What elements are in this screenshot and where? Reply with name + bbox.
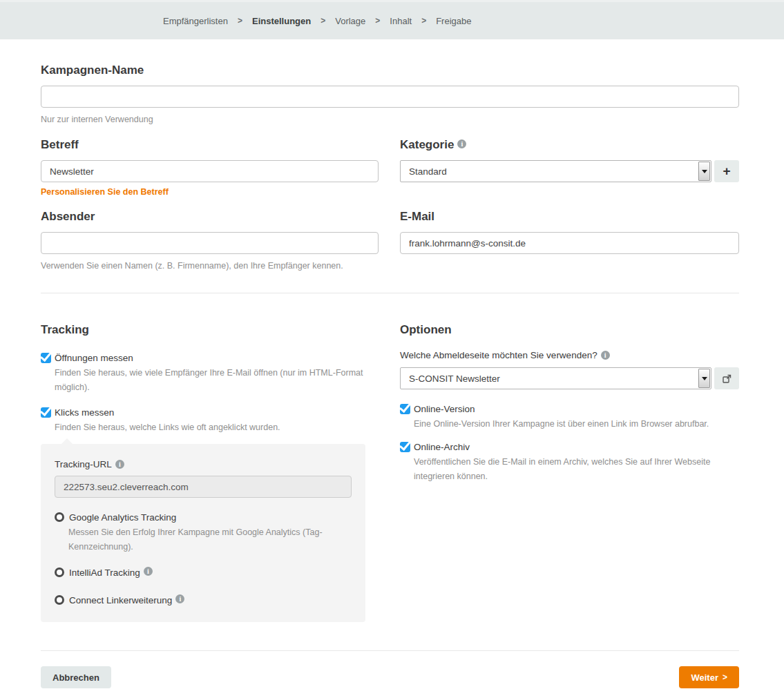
category-section: Kategorie Standard + xyxy=(400,138,739,197)
click-measure-helper: Finden Sie heraus, welche Links wie oft … xyxy=(55,420,379,435)
email-section: E-Mail xyxy=(400,210,739,273)
breadcrumb-separator: > xyxy=(375,16,380,26)
click-measure-row: Klicks messen xyxy=(41,407,379,419)
category-select-arrow[interactable] xyxy=(698,162,710,181)
add-category-button[interactable]: + xyxy=(714,160,739,182)
google-analytics-radio-row: Google Analytics Tracking xyxy=(55,512,352,524)
breadcrumb-item-empfaengerlisten[interactable]: Empfängerlisten xyxy=(163,16,228,26)
sender-input[interactable] xyxy=(41,232,379,254)
connect-link-radio-row: Connect Linkerweiterung xyxy=(55,594,352,607)
sender-label: Absender xyxy=(41,210,379,224)
click-measure-checkbox[interactable] xyxy=(41,407,51,418)
open-measure-checkbox[interactable] xyxy=(41,353,51,363)
cancel-button[interactable]: Abbrechen xyxy=(41,666,111,688)
footer-actions: Abbrechen Weiter > xyxy=(41,666,739,688)
breadcrumb: Empfängerlisten > Einstellungen > Vorlag… xyxy=(163,16,471,26)
unsubscribe-selected-value: S-CONSIT Newsletter xyxy=(409,373,500,384)
breadcrumb-separator: > xyxy=(321,16,325,26)
personalize-subject-link[interactable]: Personalisieren Sie den Betreff xyxy=(41,187,169,197)
open-measure-row: Öffnungen messen xyxy=(41,352,379,365)
campaign-name-section: Kampagnen-Name Nur zur internen Verwendu… xyxy=(41,64,739,127)
breadcrumb-item-freigabe[interactable]: Freigabe xyxy=(436,16,471,26)
online-version-checkbox[interactable] xyxy=(400,404,410,414)
category-select[interactable]: Standard xyxy=(400,160,711,182)
next-button[interactable]: Weiter > xyxy=(679,666,739,688)
online-archive-row: Online-Archiv xyxy=(400,441,739,454)
options-title: Optionen xyxy=(400,323,739,337)
chevron-down-icon xyxy=(702,170,707,176)
options-section: Optionen Welche Abmeldeseite möchten Sie… xyxy=(400,323,739,622)
connect-link-label[interactable]: Connect Linkerweiterung xyxy=(69,594,172,607)
chevron-right-icon: > xyxy=(723,672,727,682)
settings-form: Kampagnen-Name Nur zur internen Verwendu… xyxy=(0,39,784,622)
breadcrumb-item-vorlage[interactable]: Vorlage xyxy=(335,16,365,26)
open-measure-helper: Finden Sie heraus, wie viele Empfänger I… xyxy=(55,366,367,395)
tracking-section: Tracking Öffnungen messen Finden Sie her… xyxy=(41,323,379,622)
email-label: E-Mail xyxy=(400,210,739,224)
online-archive-checkbox[interactable] xyxy=(400,442,410,452)
breadcrumb-separator: > xyxy=(238,16,242,26)
campaign-name-helper: Nur zur internen Verwendung xyxy=(41,113,739,127)
tracking-title: Tracking xyxy=(41,323,379,337)
click-measure-label[interactable]: Klicks messen xyxy=(55,407,114,419)
breadcrumb-item-inhalt[interactable]: Inhalt xyxy=(390,16,412,26)
category-info-icon[interactable] xyxy=(457,139,466,148)
footer-divider xyxy=(41,650,739,651)
unsubscribe-question: Welche Abmeldeseite möchten Sie verwende… xyxy=(400,350,739,361)
connect-link-info-icon[interactable] xyxy=(175,594,184,603)
google-analytics-label[interactable]: Google Analytics Tracking xyxy=(69,512,176,524)
campaign-name-label: Kampagnen-Name xyxy=(41,64,739,77)
breadcrumb-item-einstellungen[interactable]: Einstellungen xyxy=(252,16,311,26)
tracking-url-info-icon[interactable] xyxy=(115,460,124,469)
subject-section: Betreff Personalisieren Sie den Betreff xyxy=(41,138,379,197)
campaign-name-input[interactable] xyxy=(41,86,739,108)
connect-link-radio[interactable] xyxy=(55,595,64,605)
unsubscribe-select-arrow[interactable] xyxy=(698,369,710,388)
tracking-url-input xyxy=(55,476,352,498)
preview-unsubscribe-button[interactable] xyxy=(714,367,739,389)
sender-section: Absender Verwenden Sie einen Namen (z. B… xyxy=(41,210,379,273)
chevron-down-icon xyxy=(702,377,707,383)
intelliad-radio[interactable] xyxy=(55,567,64,577)
email-input[interactable] xyxy=(400,232,739,254)
intelliad-label[interactable]: IntelliAd Tracking xyxy=(69,567,140,579)
online-archive-label[interactable]: Online-Archiv xyxy=(414,441,470,454)
tracking-options-panel: Tracking-URL Google Analytics Tracking M… xyxy=(41,444,365,622)
external-link-icon xyxy=(722,373,732,384)
subject-input[interactable] xyxy=(41,160,379,182)
breadcrumb-separator: > xyxy=(421,16,426,26)
intelliad-info-icon[interactable] xyxy=(144,567,153,576)
intelliad-radio-row: IntelliAd Tracking xyxy=(55,567,352,579)
online-version-label[interactable]: Online-Version xyxy=(414,403,475,416)
section-divider xyxy=(41,293,739,293)
unsubscribe-page-select[interactable]: S-CONSIT Newsletter xyxy=(400,367,711,389)
next-button-label: Weiter xyxy=(691,672,718,683)
category-selected-value: Standard xyxy=(409,166,447,177)
tracking-url-label: Tracking-URL xyxy=(55,459,352,470)
open-measure-label[interactable]: Öffnungen messen xyxy=(55,352,133,365)
online-version-helper: Eine Online-Version Ihrer Kampagne ist ü… xyxy=(414,417,739,431)
google-analytics-helper: Messen Sie den Erfolg Ihrer Kampagne mit… xyxy=(68,525,353,554)
subject-label: Betreff xyxy=(41,138,379,152)
unsubscribe-info-icon[interactable] xyxy=(601,351,610,360)
plus-icon: + xyxy=(723,164,730,179)
category-label: Kategorie xyxy=(400,138,739,152)
wizard-header: Empfängerlisten > Einstellungen > Vorlag… xyxy=(0,0,784,39)
google-analytics-radio[interactable] xyxy=(55,512,64,522)
online-archive-helper: Veröffentlichen Sie die E-Mail in einem … xyxy=(414,455,726,484)
sender-helper: Verwenden Sie einen Namen (z. B. Firmenn… xyxy=(41,259,379,273)
online-version-row: Online-Version xyxy=(400,403,739,416)
